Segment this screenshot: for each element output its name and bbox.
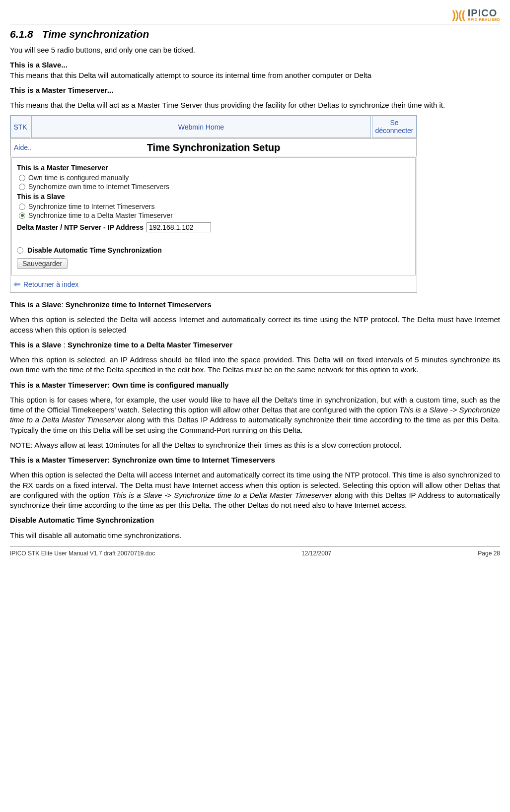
arrow-left-icon [13,282,20,287]
radio-slave-sync-delta[interactable] [19,212,25,219]
header-rule [10,24,500,24]
opt5-heading: Disable Automatic Time Synchronization [10,515,500,525]
master-group-label: This is a Master Timeserver [17,164,410,172]
radio-slave-sync-internet[interactable] [19,203,25,210]
slave-heading: This is a Slave... [10,61,68,69]
radio-disable-sync-label: Disable Automatic Time Synchronization [27,246,162,254]
svg-marker-0 [13,282,20,287]
radio-slave-sync-delta-label: Synchronize time to a Delta Master Times… [28,211,173,219]
page-footer: IPICO STK Elite User Manual V1.7 draft 2… [10,546,500,557]
opt3-heading: This is a Master Timeserver: Own time is… [10,380,500,390]
ip-address-label: Delta Master / NTP Server - IP Address [17,223,144,231]
opt4-heading: This is a Master Timeserver: Synchronize… [10,455,500,465]
logo-brand: IPICO [468,8,500,18]
radio-own-time-manual[interactable] [19,175,25,181]
module-title: Time Synchronization Setup [147,142,281,153]
opt3-note: NOTE: Always allow at least 10minutes fo… [10,440,500,450]
nav-logout-link[interactable]: Se déconnecter [372,116,417,138]
opt2-text: When this option is selected, an IP Addr… [10,355,500,375]
return-link[interactable]: Retourner à index [10,277,417,292]
master-text: This means that the Delta will act as a … [10,100,500,110]
radio-disable-sync[interactable] [17,247,23,254]
opt4-text: When this option is selected the Delta w… [10,470,500,510]
return-link-label: Retourner à index [23,280,78,288]
section-heading: Time synchronization [42,28,149,40]
help-link[interactable]: Aide.. [11,143,35,151]
footer-page: Page 28 [478,550,500,557]
radio-slave-sync-internet-label: Synchronize time to Internet Timeservers [28,203,154,210]
intro-text: You will see 5 radio buttons, and only o… [10,45,500,55]
ip-address-input[interactable] [146,222,211,232]
save-button[interactable]: Sauvegarder [17,258,68,269]
opt3-text: This option is for cases where, for exam… [10,395,500,435]
slave-group-label: This is a Slave [17,193,410,201]
opt2-heading: This is a Slave : Synchronize time to a … [10,340,500,350]
footer-date: 12/12/2007 [301,550,331,557]
logout-line1: Se [390,119,398,127]
section-number: 6.1.8 [10,28,33,40]
master-heading: This is a Master Timeserver... [10,85,500,95]
screenshot-figure: STK Webmin Home Se déconnecter Aide.. Ti… [10,115,417,293]
radio-master-sync-internet[interactable] [19,184,25,190]
logo-tagline: RFID REALISED [468,18,500,22]
radio-master-sync-internet-label: Synchornize own time to Internet Timeser… [28,183,169,191]
ipico-logo-icon: ))(( [452,8,464,21]
radio-own-time-manual-label: Own time is configured manually [28,174,129,182]
logout-line2: déconnecter [375,127,413,135]
header-logo: ))(( IPICO RFID REALISED [10,5,500,23]
slave-block: This is a Slave... This means that this … [10,60,500,80]
nav-webmin-home-link[interactable]: Webmin Home [31,116,371,138]
footer-filename: IPICO STK Elite User Manual V1.7 draft 2… [10,550,155,557]
opt1-text: When this option is selected the Delta w… [10,315,500,335]
opt1-heading: This is a Slave: Synchronize time to Int… [10,300,500,310]
opt5-text: This will disable all automatic time syn… [10,531,500,541]
slave-text: This means that this Delta will automati… [10,71,371,79]
section-title: 6.1.8Time synchronization [10,28,500,40]
time-sync-form: This is a Master Timeserver Own time is … [11,157,416,275]
nav-stk-link[interactable]: STK [10,116,30,138]
